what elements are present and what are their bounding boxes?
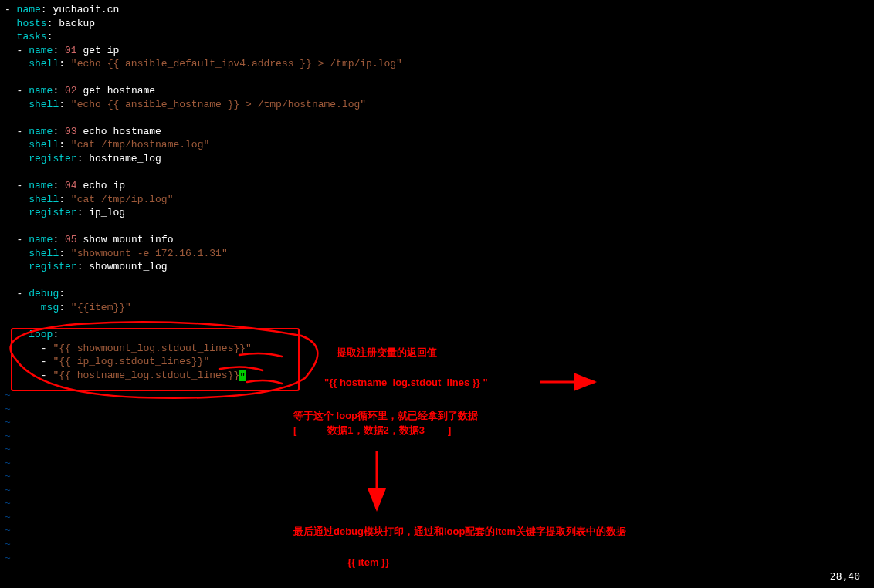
yaml-key: name xyxy=(29,180,53,191)
yaml-key: shell xyxy=(29,194,59,205)
yaml-value: get ip xyxy=(83,45,119,56)
annotation-text: [数据1，数据2，数据3] xyxy=(293,424,451,438)
editor-content[interactable]: - name: yuchaoit.cn hosts: backup tasks:… xyxy=(5,3,869,382)
yaml-key: name xyxy=(29,234,53,245)
task-number: 01 xyxy=(65,45,77,56)
task-number: 04 xyxy=(65,180,77,191)
yaml-key: msg xyxy=(41,302,59,313)
yaml-key: hosts xyxy=(17,18,47,29)
yaml-value: showmount_log xyxy=(89,261,167,272)
yaml-string: "{{item}}" xyxy=(71,302,131,313)
yaml-key: name xyxy=(29,45,53,56)
annotation-code: "{{ hostname_log.stdout_lines }} " xyxy=(324,376,488,390)
yaml-string: "echo {{ ansible_hostname }} > /tmp/host… xyxy=(71,99,366,110)
yaml-value: hostname_log xyxy=(89,153,161,164)
yaml-key: name xyxy=(29,126,53,137)
task-number: 03 xyxy=(65,126,77,137)
yaml-key: debug xyxy=(29,288,59,299)
annotation-text: 最后通过debug模块打印，通过和loop配套的item关键字提取列表中的数据 xyxy=(293,525,626,539)
yaml-key: shell xyxy=(29,248,59,259)
yaml-key: shell xyxy=(29,139,59,150)
vim-status-position: 28,40 xyxy=(830,569,860,583)
yaml-value: show mount info xyxy=(83,234,173,245)
yaml-string: "{{ hostname_log.stdout_lines}} xyxy=(53,370,239,381)
yaml-key: shell xyxy=(29,99,59,110)
yaml-key: tasks xyxy=(17,31,47,42)
yaml-key: register xyxy=(29,207,76,218)
yaml-key: register xyxy=(29,261,76,272)
yaml-value: ip_log xyxy=(89,207,125,218)
yaml-value: get hostname xyxy=(83,85,155,96)
yaml-string: "{{ ip_log.stdout_lines}}" xyxy=(53,356,209,367)
cursor: " xyxy=(239,370,246,381)
yaml-key: shell xyxy=(29,58,59,69)
yaml-key: name xyxy=(17,4,41,15)
yaml-string: "echo {{ ansible_default_ipv4.address }}… xyxy=(71,58,402,69)
yaml-string: "{{ showmount_log.stdout_lines}}" xyxy=(53,343,251,354)
task-number: 05 xyxy=(65,234,77,245)
vim-tilde-lines: ~ ~ ~ ~ ~ ~ ~ ~ ~ ~ ~ ~ ~ xyxy=(5,389,11,565)
yaml-value: backup xyxy=(59,18,95,29)
yaml-string: "showmount -e 172.16.1.31" xyxy=(71,248,228,259)
annotation-code: {{ item }} xyxy=(347,556,389,569)
yaml-value: echo hostname xyxy=(83,126,161,137)
task-number: 02 xyxy=(65,85,77,96)
annotation-text: 提取注册变量的返回值 xyxy=(337,346,437,360)
yaml-key: loop xyxy=(29,329,53,340)
yaml-string: "cat /tmp/hostname.log" xyxy=(71,139,209,150)
annotation-text: 等于这个 loop循环里，就已经拿到了数据 xyxy=(293,409,478,423)
yaml-value: yuchaoit.cn xyxy=(53,4,119,15)
yaml-value: echo ip xyxy=(83,180,125,191)
yaml-string: "cat /tmp/ip.log" xyxy=(71,194,174,205)
yaml-key: name xyxy=(29,85,53,96)
yaml-key: register xyxy=(29,153,76,164)
